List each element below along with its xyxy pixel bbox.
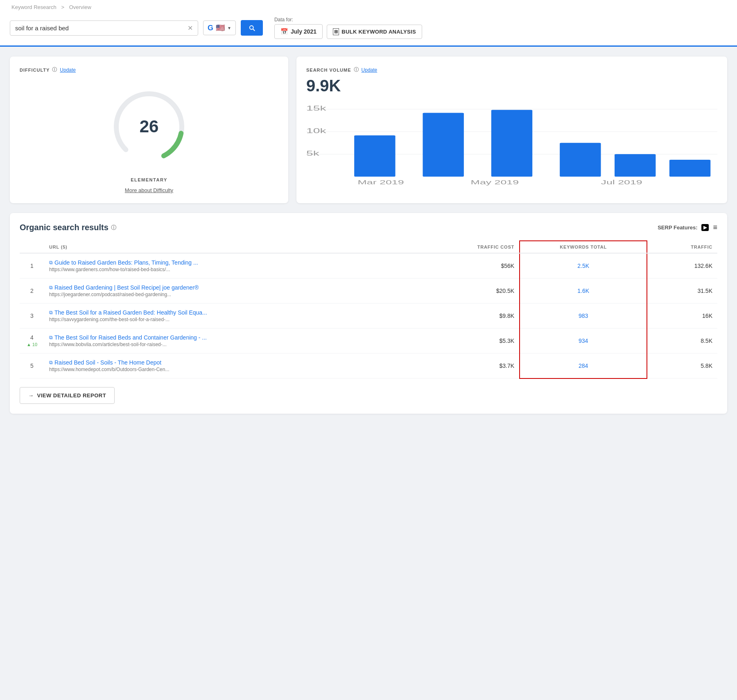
col-traffic-cost: TRAFFIC COST xyxy=(415,241,520,253)
url-title[interactable]: ⧉ The Best Soil for Raised Beds and Cont… xyxy=(49,334,410,341)
url-title[interactable]: ⧉ Raised Bed Gardening | Best Soil Recip… xyxy=(49,284,410,291)
volume-update-link[interactable]: Update xyxy=(362,67,378,73)
keywords-total-cell[interactable]: 1.6K xyxy=(520,279,647,304)
url-href: https://savvygardening.com/the-best-soil… xyxy=(49,317,410,322)
google-icon: G xyxy=(208,24,213,32)
rank-cell: 4▲ 10 xyxy=(20,328,44,353)
svg-text:15k: 15k xyxy=(306,104,327,112)
url-href: https://www.bobvila.com/articles/best-so… xyxy=(49,342,410,347)
main-content: DIFFICULTY ⓘ Update 26 ELEMENTARY More a… xyxy=(0,47,737,424)
youtube-icon[interactable]: ▶ xyxy=(701,224,709,231)
view-report-label: VIEW DETAILED REPORT xyxy=(37,392,106,399)
difficulty-update-link[interactable]: Update xyxy=(60,67,76,73)
url-title-text: Raised Bed Gardening | Best Soil Recipe|… xyxy=(54,284,199,291)
url-cell: ⧉ The Best Soil for Raised Beds and Cont… xyxy=(44,328,415,353)
clear-button[interactable]: ✕ xyxy=(188,24,193,32)
serp-label: SERP Features: xyxy=(658,224,697,231)
traffic-cost-cell: $3.7K xyxy=(415,353,520,378)
bulk-btn-label: BULK KEYWORD ANALYSIS xyxy=(341,29,416,35)
external-link-icon: ⧉ xyxy=(49,260,53,265)
rank-cell: 3 xyxy=(20,304,44,328)
difficulty-header: DIFFICULTY ⓘ Update xyxy=(20,66,76,73)
col-url: URL (5) xyxy=(44,241,415,253)
url-cell: ⧉ Raised Bed Gardening | Best Soil Recip… xyxy=(44,279,415,304)
serp-features: SERP Features: ▶ ≡ xyxy=(658,223,717,232)
metrics-row: DIFFICULTY ⓘ Update 26 ELEMENTARY More a… xyxy=(10,57,727,203)
svg-text:10k: 10k xyxy=(306,127,327,134)
url-cell: ⧉ The Best Soil for a Raised Garden Bed:… xyxy=(44,304,415,328)
organic-info-icon[interactable]: ⓘ xyxy=(111,224,116,231)
external-link-icon: ⧉ xyxy=(49,335,53,340)
more-about-difficulty-link[interactable]: More about Difficulty xyxy=(125,187,173,193)
rank-number: 4 xyxy=(25,334,39,341)
rank-badge: ▲ 10 xyxy=(27,342,37,347)
gauge-container: 26 xyxy=(108,86,190,168)
difficulty-card: DIFFICULTY ⓘ Update 26 ELEMENTARY More a… xyxy=(10,57,288,203)
breadcrumb: Keyword Research > Overview xyxy=(10,0,727,13)
external-link-icon: ⧉ xyxy=(49,285,53,290)
results-table: URL (5) TRAFFIC COST KEYWORDS TOTAL TRAF… xyxy=(20,240,717,379)
difficulty-info-icon[interactable]: ⓘ xyxy=(52,66,57,73)
rank-cell: 2 xyxy=(20,279,44,304)
svg-text:Jul 2019: Jul 2019 xyxy=(601,179,642,186)
keywords-total-cell[interactable]: 934 xyxy=(520,328,647,353)
traffic-cell: 5.8K xyxy=(647,353,717,378)
difficulty-rating: ELEMENTARY xyxy=(131,177,167,182)
calendar-icon: 📅 xyxy=(280,28,288,35)
chart-area: 15k 10k 5k Mar 2019 May 2019 Jul 2019 xyxy=(306,102,717,193)
traffic-cell: 16K xyxy=(647,304,717,328)
table-row: 2 ⧉ Raised Bed Gardening | Best Soil Rec… xyxy=(20,279,717,304)
url-title[interactable]: ⧉ The Best Soil for a Raised Garden Bed:… xyxy=(49,309,410,316)
url-title-text: The Best Soil for a Raised Garden Bed: H… xyxy=(54,309,207,316)
table-row: 4▲ 10 ⧉ The Best Soil for Raised Beds an… xyxy=(20,328,717,353)
volume-chart: 15k 10k 5k Mar 2019 May 2019 Jul 2019 xyxy=(306,102,717,192)
traffic-cell: 8.5K xyxy=(647,328,717,353)
external-link-icon: ⧉ xyxy=(49,360,53,365)
search-input[interactable] xyxy=(15,25,185,32)
bulk-keyword-button[interactable]: ⊞ BULK KEYWORD ANALYSIS xyxy=(327,25,422,39)
keywords-total-cell[interactable]: 284 xyxy=(520,353,647,378)
url-cell: ⧉ Raised Bed Soil - Soils - The Home Dep… xyxy=(44,353,415,378)
breadcrumb-part1[interactable]: Keyword Research xyxy=(11,4,57,10)
organic-title-text: Organic search results xyxy=(20,223,109,232)
bulk-icon: ⊞ xyxy=(333,28,339,35)
date-label: July 2021 xyxy=(291,28,317,35)
rank-cell: 5 xyxy=(20,353,44,378)
col-rank xyxy=(20,241,44,253)
arrow-right-icon: → xyxy=(28,392,34,399)
keywords-total-cell[interactable]: 983 xyxy=(520,304,647,328)
engine-selector[interactable]: G 🇺🇸 ▼ xyxy=(203,20,236,35)
breadcrumb-part2: Overview xyxy=(69,4,91,10)
breadcrumb-separator: > xyxy=(61,4,64,10)
traffic-cost-cell: $20.5K xyxy=(415,279,520,304)
data-for-label: Data for: xyxy=(274,17,422,23)
volume-info-icon[interactable]: ⓘ xyxy=(354,66,359,73)
search-button[interactable] xyxy=(241,20,263,36)
svg-rect-9 xyxy=(423,113,463,177)
difficulty-label: DIFFICULTY xyxy=(20,68,50,72)
url-title-text: Raised Bed Soil - Soils - The Home Depot xyxy=(54,359,161,366)
svg-text:5k: 5k xyxy=(306,150,320,157)
url-title-text: The Best Soil for Raised Beds and Contai… xyxy=(54,334,207,341)
organic-title: Organic search results ⓘ xyxy=(20,223,116,232)
traffic-cost-cell: $56K xyxy=(415,253,520,279)
flag-icon: 🇺🇸 xyxy=(216,23,225,32)
date-button[interactable]: 📅 July 2021 xyxy=(274,24,323,39)
keywords-total-cell[interactable]: 2.5K xyxy=(520,253,647,279)
url-href: https://joegardener.com/podcast/raised-b… xyxy=(49,292,410,297)
col-traffic: TRAFFIC xyxy=(647,241,717,253)
svg-text:May 2019: May 2019 xyxy=(471,179,519,186)
traffic-cell: 132.6K xyxy=(647,253,717,279)
url-title[interactable]: ⧉ Guide to Raised Garden Beds: Plans, Ti… xyxy=(49,259,410,266)
view-report-button[interactable]: → VIEW DETAILED REPORT xyxy=(20,387,115,404)
url-title-text: Guide to Raised Garden Beds: Plans, Timi… xyxy=(54,259,198,266)
url-title[interactable]: ⧉ Raised Bed Soil - Soils - The Home Dep… xyxy=(49,359,410,366)
url-cell: ⧉ Guide to Raised Garden Beds: Plans, Ti… xyxy=(44,253,415,279)
list-icon[interactable]: ≡ xyxy=(713,223,717,232)
data-for-section: Data for: 📅 July 2021 ⊞ BULK KEYWORD ANA… xyxy=(274,17,422,39)
external-link-icon: ⧉ xyxy=(49,310,53,315)
table-row: 3 ⧉ The Best Soil for a Raised Garden Be… xyxy=(20,304,717,328)
table-header: URL (5) TRAFFIC COST KEYWORDS TOTAL TRAF… xyxy=(20,241,717,253)
svg-rect-11 xyxy=(560,143,601,177)
top-bar: Keyword Research > Overview ✕ G 🇺🇸 ▼ Dat… xyxy=(0,0,737,47)
